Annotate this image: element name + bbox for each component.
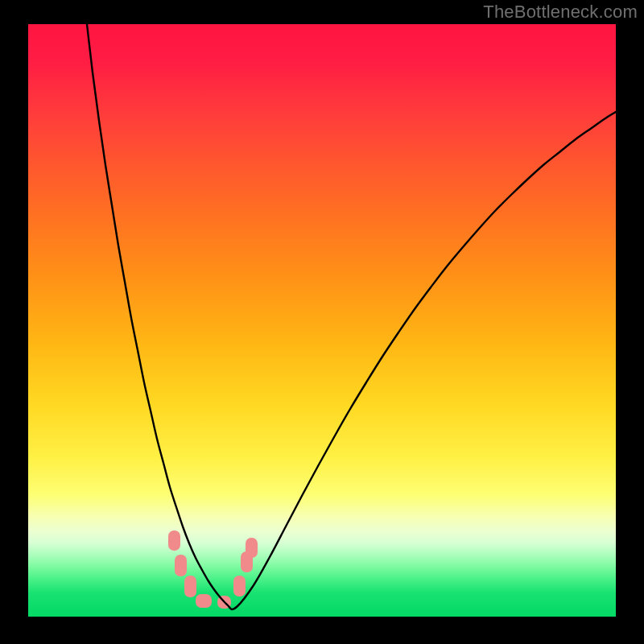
plot-area [28, 24, 616, 617]
bottleneck-curve [28, 24, 616, 617]
chart-frame: TheBottleneck.com [0, 0, 644, 644]
watermark-text: TheBottleneck.com [483, 2, 638, 23]
